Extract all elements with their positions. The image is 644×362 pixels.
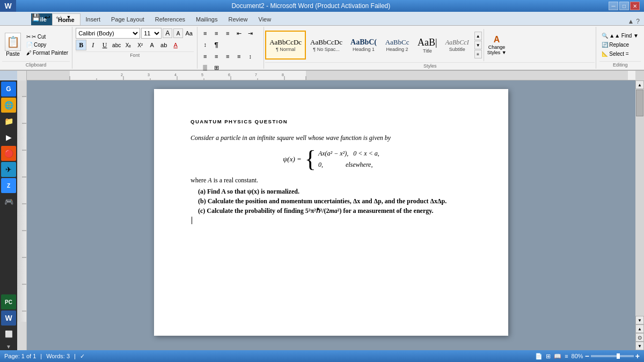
editing-group: 🔍▲▲ Find ▼ 🔄Replace 📐Select = Editing: [596, 27, 644, 69]
app-icon-chrome[interactable]: 🌐: [1, 98, 16, 113]
styles-more[interactable]: ≡: [474, 50, 482, 58]
app-icon-word[interactable]: W: [1, 311, 16, 326]
bullets-button[interactable]: ≡: [200, 28, 210, 39]
restore-button[interactable]: □: [619, 2, 629, 10]
tab-mailings[interactable]: Mailings: [191, 13, 223, 25]
tab-insert[interactable]: Insert: [80, 13, 106, 25]
app-icon-collapse[interactable]: ⬜: [1, 327, 16, 342]
zoom-thumb[interactable]: [617, 353, 620, 359]
bold-button[interactable]: B: [76, 40, 86, 50]
svg-text:2: 2: [121, 73, 123, 77]
tab-page-layout[interactable]: Page Layout: [106, 13, 150, 25]
font-group-label: Font: [76, 51, 194, 58]
title-bar-left: W: [4, 2, 13, 10]
view-print-button[interactable]: 📄: [535, 353, 543, 360]
find-button[interactable]: 🔍▲▲ Find ▼: [599, 32, 641, 40]
cut-button[interactable]: ✂✂ Cut: [25, 33, 70, 40]
where-text: where A is a real constant.: [191, 176, 472, 184]
view-web-button[interactable]: ≡: [565, 353, 568, 359]
app-icon-arrow-down[interactable]: ▼: [1, 343, 16, 350]
highlight-button[interactable]: ab: [158, 40, 169, 50]
zoom-in-button[interactable]: +: [635, 352, 640, 360]
right-scrollbar: ▲ ▼ ▲ ⊙ ▼: [635, 80, 644, 350]
customize-quick-access[interactable]: ▼: [65, 13, 72, 21]
app-icon-telegram[interactable]: ✈: [1, 162, 16, 177]
ruler-right: [635, 71, 644, 80]
format-painter-button[interactable]: 🖌Format Painter: [25, 49, 70, 56]
superscript-button[interactable]: X²: [135, 40, 145, 50]
tab-review[interactable]: Review: [223, 13, 253, 25]
style-no-spacing[interactable]: AaBbCcDc ¶ No Spac...: [306, 31, 346, 60]
style-subtitle[interactable]: AaBbCcI Subtitle: [442, 31, 473, 60]
prev-page-button[interactable]: ▲: [635, 324, 644, 333]
select-browse-button[interactable]: ⊙: [635, 333, 644, 342]
title-bar: W Document2 - Microsoft Word (Product Ac…: [0, 0, 644, 12]
align-center-button[interactable]: ≡: [211, 51, 222, 62]
clear-format-button[interactable]: Aa: [184, 28, 194, 38]
style-normal[interactable]: AaBbCcDc ¶ Normal: [265, 31, 306, 60]
font-size-select[interactable]: 11: [141, 28, 162, 39]
font-color-button[interactable]: A: [170, 40, 181, 50]
style-heading2[interactable]: AaBbCc Heading 2: [381, 31, 413, 60]
quick-access-toolbar: 💾 ↩ ↩ ▼: [31, 13, 72, 21]
doc-scroll-area[interactable]: QUANTUM PHYSICS QUESTION Consider a part…: [27, 80, 635, 350]
collapse-ribbon-icon[interactable]: ▲: [627, 18, 634, 25]
zoom-slider[interactable]: [591, 355, 634, 357]
increase-indent-button[interactable]: ⇥: [245, 28, 255, 39]
shrink-font-button[interactable]: A: [173, 28, 183, 38]
text-effects-button[interactable]: A: [147, 40, 157, 50]
scroll-up-button[interactable]: ▲: [635, 80, 644, 89]
select-button[interactable]: 📐Select =: [599, 50, 641, 58]
app-icon-vlc[interactable]: 🔴: [1, 146, 16, 161]
grow-font-button[interactable]: A: [163, 28, 172, 38]
paste-button[interactable]: 📋 Paste: [2, 31, 24, 58]
multilevel-button[interactable]: ≡: [222, 28, 233, 39]
tab-view[interactable]: View: [253, 13, 277, 25]
style-heading1[interactable]: AaBbC( Heading 1: [347, 31, 380, 60]
styles-scroll-up[interactable]: ▲: [474, 32, 482, 40]
zoom-out-button[interactable]: −: [585, 352, 589, 360]
font-family-select[interactable]: Calibri (Body): [76, 28, 140, 39]
italic-button[interactable]: I: [87, 40, 98, 50]
view-reading-button[interactable]: 📖: [554, 353, 561, 360]
horizontal-ruler: 2 3 4 5 6 7 8: [27, 71, 635, 80]
clipboard-group: 📋 Paste ✂✂ Cut 📄Copy 🖌Format Painter Cli…: [0, 27, 72, 69]
styles-scroll-down[interactable]: ▼: [474, 41, 482, 49]
help-icon[interactable]: ?: [636, 18, 640, 25]
redo-button[interactable]: ↩: [54, 13, 63, 21]
app-icon-play[interactable]: ▶: [1, 130, 16, 145]
align-right-button[interactable]: ≡: [222, 51, 233, 62]
scroll-thumb[interactable]: [636, 90, 643, 116]
style-title[interactable]: AaB| Title: [414, 31, 441, 60]
tab-references[interactable]: References: [150, 13, 191, 25]
decrease-indent-button[interactable]: ⇤: [233, 28, 244, 39]
app-icon-pc[interactable]: PC: [1, 294, 16, 309]
underline-button[interactable]: U: [99, 40, 110, 50]
app-icon-files[interactable]: 📁: [1, 114, 16, 129]
scroll-down-button[interactable]: ▼: [635, 316, 644, 324]
save-button[interactable]: 💾: [31, 13, 41, 21]
show-formatting-button[interactable]: ¶: [211, 39, 222, 50]
align-left-button[interactable]: ≡: [200, 51, 210, 62]
subscript-button[interactable]: X₂: [123, 40, 134, 50]
next-page-button[interactable]: ▼: [635, 342, 644, 350]
strikethrough-button[interactable]: abc: [111, 40, 122, 50]
change-styles-button[interactable]: A Change Styles ▼: [484, 29, 510, 61]
close-button[interactable]: ✕: [630, 2, 640, 10]
minimize-button[interactable]: ─: [609, 2, 618, 10]
numbering-button[interactable]: ≡: [211, 28, 222, 39]
app-icon-zoom[interactable]: Z: [1, 178, 16, 193]
document-area: QUANTUM PHYSICS QUESTION Consider a part…: [17, 80, 644, 350]
svg-text:6: 6: [228, 73, 230, 77]
window-title: Document2 - Microsoft Word (Product Acti…: [13, 2, 609, 10]
copy-button[interactable]: 📄Copy: [25, 41, 70, 48]
app-icon-logo[interactable]: G: [1, 82, 16, 97]
app-icon-other[interactable]: 🎮: [1, 194, 16, 209]
line-spacing-button[interactable]: ↕: [245, 51, 255, 62]
view-fullscreen-button[interactable]: ⊞: [546, 353, 551, 360]
ribbon-content: 📋 Paste ✂✂ Cut 📄Copy 🖌Format Painter Cli…: [0, 26, 644, 71]
sort-button[interactable]: ↕: [200, 39, 210, 50]
replace-button[interactable]: 🔄Replace: [599, 41, 641, 49]
undo-button[interactable]: ↩: [42, 13, 52, 21]
justify-button[interactable]: ≡: [233, 51, 244, 62]
